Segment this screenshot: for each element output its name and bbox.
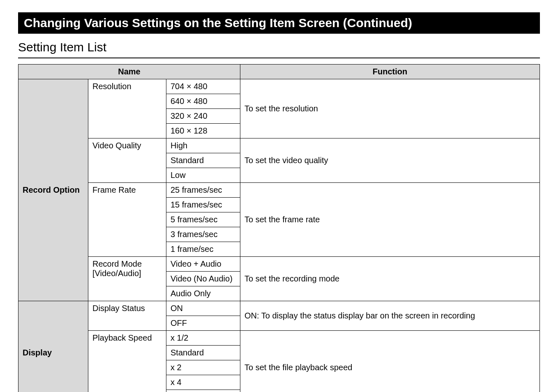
setting-option: 320 × 240 [166, 109, 240, 124]
setting-function-resolution: To set the resolution [240, 79, 540, 138]
col-header-function: Function [240, 65, 540, 79]
setting-option: ON [166, 301, 240, 316]
setting-option: High [166, 138, 240, 153]
setting-function-playback-speed: To set the file playback speed [240, 331, 540, 392]
category-display: Display [18, 301, 88, 392]
page-subheading: Setting Item List [18, 40, 540, 58]
setting-option: Audio Only [166, 286, 240, 301]
setting-option: Low [166, 168, 240, 183]
category-record-option: Record Option [18, 79, 88, 301]
setting-option: Video + Audio [166, 257, 240, 272]
table-row: Display Display Status ON ON: To display… [18, 301, 540, 316]
setting-option: 160 × 128 [166, 124, 240, 138]
setting-option: x 2 [166, 360, 240, 375]
setting-option: x 4 [166, 375, 240, 390]
setting-option: Standard [166, 153, 240, 168]
table-row: Record Option Resolution 704 × 480 To se… [18, 79, 540, 94]
setting-option: 1 frame/sec [166, 242, 240, 257]
table-header-row: Name Function [18, 65, 540, 79]
setting-function-video-quality: To set the video quality [240, 138, 540, 183]
setting-option: 5 frames/sec [166, 212, 240, 227]
setting-option: 3 frames/sec [166, 227, 240, 242]
setting-function-record-mode: To set the recording mode [240, 257, 540, 301]
setting-option: x 1/2 [166, 331, 240, 346]
table-row: Frame Rate 25 frames/sec To set the fram… [18, 183, 540, 198]
record-mode-line1: Record Mode [92, 259, 142, 268]
settings-table: Name Function Record Option Resolution 7… [18, 64, 540, 392]
page-heading-text: Changing Various Settings on the Setting… [24, 16, 412, 30]
setting-label-record-mode: Record Mode [Video/Audio] [88, 257, 166, 301]
setting-option: Standard [166, 346, 240, 360]
setting-option: 15 frames/sec [166, 198, 240, 212]
setting-option: x 8 [166, 390, 240, 392]
setting-option: OFF [166, 316, 240, 331]
setting-function-frame-rate: To set the frame rate [240, 183, 540, 257]
setting-option: 640 × 480 [166, 94, 240, 109]
setting-option: Video (No Audio) [166, 272, 240, 286]
setting-label-frame-rate: Frame Rate [88, 183, 166, 257]
table-row: Record Mode [Video/Audio] Video + Audio … [18, 257, 540, 272]
col-header-name: Name [18, 65, 240, 79]
page-heading-band: Changing Various Settings on the Setting… [18, 12, 540, 34]
setting-option: 25 frames/sec [166, 183, 240, 198]
record-mode-line2: [Video/Audio] [92, 269, 141, 278]
setting-label-display-status: Display Status [88, 301, 166, 331]
setting-label-video-quality: Video Quality [88, 138, 166, 183]
setting-function-display-status: ON: To display the status display bar on… [240, 301, 540, 331]
setting-label-resolution: Resolution [88, 79, 166, 138]
table-row: Video Quality High To set the video qual… [18, 138, 540, 153]
setting-option: 704 × 480 [166, 79, 240, 94]
setting-label-playback-speed: Playback Speed [88, 331, 166, 392]
table-row: Playback Speed x 1/2 To set the file pla… [18, 331, 540, 346]
